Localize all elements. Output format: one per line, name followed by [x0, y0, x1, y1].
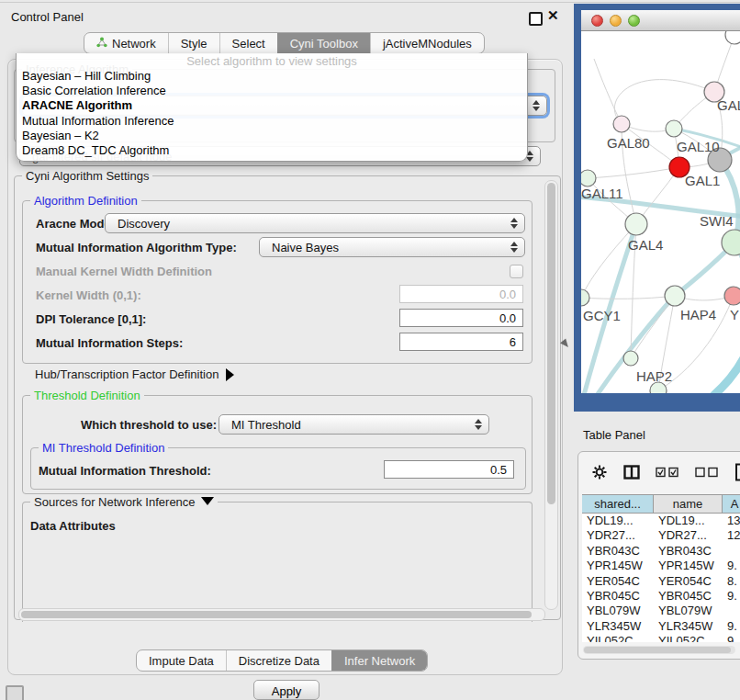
expand-right-icon [226, 368, 234, 381]
algorithm-option[interactable]: Bayesian – Hill Climbing [17, 69, 527, 84]
algorithm-option[interactable]: Bayesian – K2 [17, 129, 527, 143]
combo-stepper-icon [475, 419, 482, 430]
network-window-titlebar[interactable] [581, 10, 740, 31]
algorithm-option[interactable]: Mutual Information Inference [17, 114, 527, 129]
table-row[interactable]: YDR27...YDR27...12 [582, 528, 740, 543]
kernel-width-label: Kernel Width (0,1): [36, 288, 141, 302]
threshold-definition-title: Threshold Definition [30, 389, 144, 402]
node-label: GAL80 [607, 135, 650, 151]
table-cell: YLR345W [654, 619, 723, 634]
tab-infer-network[interactable]: Infer Network [331, 650, 427, 671]
table-cell: YLR345W [582, 619, 654, 634]
algorithm-option[interactable]: Basic Correlation Inference [17, 84, 527, 98]
mi-type-combo[interactable]: Naive Bayes [259, 237, 525, 257]
network-edge[interactable] [614, 80, 714, 124]
dock-panel-icon[interactable] [6, 685, 24, 700]
table-row[interactable]: YER054CYER054C8. [582, 574, 740, 589]
network-node[interactable] [623, 351, 638, 366]
network-edge[interactable] [631, 296, 675, 358]
which-threshold-combo[interactable]: MI Threshold [219, 414, 489, 435]
node-label: HAP4 [680, 307, 716, 322]
columns-icon[interactable] [623, 465, 640, 480]
table-row[interactable]: YBL079WYBL079W [582, 604, 740, 618]
node-table[interactable]: shared...nameA YDL19...YDL19...13YDR27..… [582, 494, 740, 642]
network-canvas[interactable]: GALGAL80GAL10GAL1GAL11SWI4GAL4GCY1HAP4YH… [581, 31, 740, 393]
network-node[interactable] [581, 170, 596, 186]
tab-jactivemnodules[interactable]: jActiveMNodules [370, 33, 484, 53]
node-label: GAL11 [581, 186, 623, 201]
zoom-window-icon[interactable] [628, 15, 640, 27]
gear-icon[interactable] [591, 464, 608, 480]
tab-style[interactable]: Style [168, 33, 219, 53]
table-cell: YBR045C [582, 589, 654, 604]
tab-label: Network [112, 37, 156, 51]
aracne-mode-value: Discovery [118, 217, 170, 231]
tab-label: Cyni Toolbox [290, 37, 358, 51]
deselect-all-checks-icon[interactable] [695, 467, 719, 478]
network-node[interactable] [581, 289, 589, 306]
close-window-icon[interactable] [591, 15, 603, 27]
tab-impute-data[interactable]: Impute Data [137, 650, 226, 671]
table-row[interactable]: YBR043CYBR043C [582, 544, 740, 559]
table-cell: 9. [723, 559, 740, 573]
network-node[interactable] [665, 286, 685, 306]
mi-steps-field[interactable]: 6 [399, 333, 523, 351]
network-node[interactable] [625, 213, 647, 235]
document-icon[interactable] [734, 463, 740, 481]
table-row[interactable]: YDL19...YDL19...13 [582, 514, 740, 528]
tab-discretize-data[interactable]: Discretize Data [226, 650, 331, 671]
table-horizontal-scrollbar[interactable] [583, 646, 735, 654]
network-edge[interactable] [581, 296, 675, 299]
select-all-checks-icon[interactable] [656, 467, 679, 478]
table-cell: 9. [723, 619, 740, 634]
manual-kernel-checkbox[interactable] [510, 265, 523, 278]
network-edge[interactable] [594, 59, 622, 124]
tab-label: Style [181, 37, 207, 51]
network-edge[interactable] [588, 167, 679, 178]
settings-vertical-scrollbar[interactable] [544, 180, 558, 610]
which-threshold-value: MI Threshold [231, 418, 301, 432]
table-row[interactable]: YPR145WYPR145W9. [582, 559, 740, 573]
tab-cyni-toolbox[interactable]: Cyni Toolbox [277, 33, 370, 53]
minimize-window-icon[interactable] [610, 15, 622, 27]
algorithm-list: Bayesian – Hill ClimbingBasic Correlatio… [17, 69, 527, 158]
network-node[interactable] [613, 116, 630, 132]
table-row[interactable]: YLR345WYLR345W9. [582, 619, 740, 634]
tab-network[interactable]: Network [84, 33, 168, 53]
float-panel-icon[interactable] [529, 12, 543, 26]
close-panel-icon[interactable]: ✕ [547, 7, 559, 24]
table-cell: YER054C [654, 574, 723, 589]
node-label: HAP2 [636, 368, 672, 384]
network-node[interactable] [666, 120, 682, 137]
apply-button[interactable]: Apply [253, 680, 320, 700]
cyni-settings-group-title: Cyni Algorithm Settings [22, 169, 152, 183]
node-label: GAL1 [685, 173, 720, 188]
aracne-mode-combo[interactable]: Discovery [105, 213, 525, 233]
tab-select[interactable]: Select [219, 33, 277, 53]
network-edge[interactable] [581, 224, 636, 298]
combo-stepper-icon [510, 242, 518, 253]
column-header-A[interactable]: A [723, 495, 740, 513]
table-row[interactable]: YIL052CYIL052C9 [582, 634, 740, 642]
table-row[interactable]: YBR045CYBR045C9. [582, 589, 740, 604]
bottom-tabs: Impute DataDiscretize DataInfer Network [136, 649, 428, 672]
mi-type-value: Naive Bayes [272, 241, 339, 254]
mi-threshold-field[interactable]: 0.5 [384, 460, 514, 479]
node-label: SWI4 [700, 213, 734, 229]
settings-horizontal-scrollbar[interactable] [18, 608, 545, 621]
column-header-shared[interactable]: shared... [582, 495, 654, 513]
table-panel: shared...nameA YDL19...YDL19...13YDR27..… [577, 451, 740, 660]
network-node[interactable] [724, 287, 740, 305]
algorithm-option[interactable]: Dream8 DC_TDC Algorithm [17, 143, 527, 158]
control-panel-body: Inference Algorithm gal-filtered sif def… [7, 59, 563, 675]
kernel-width-field[interactable]: 0.0 [399, 285, 523, 303]
hub-definition-toggle[interactable]: Hub/Transcription Factor Definition [35, 367, 234, 381]
network-node[interactable] [725, 31, 740, 44]
table-cell: YBR043C [582, 544, 654, 559]
sources-group-title[interactable]: Sources for Network Inference [30, 495, 218, 509]
column-header-name[interactable]: name [654, 495, 723, 513]
algorithm-option[interactable]: ARACNE Algorithm [17, 98, 527, 113]
table-cell: YDL19... [654, 514, 723, 528]
node-label: GAL4 [628, 237, 663, 253]
dpi-tolerance-field[interactable]: 0.0 [399, 309, 523, 327]
